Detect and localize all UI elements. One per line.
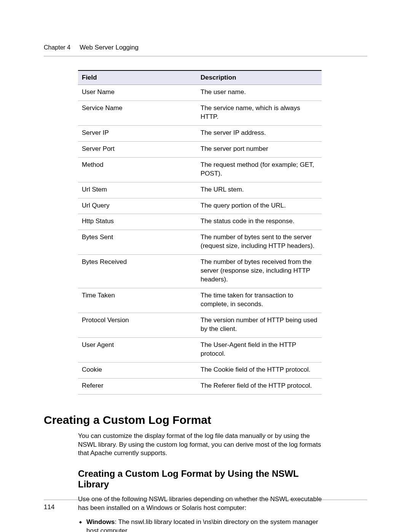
table-row: User NameThe user name. bbox=[78, 85, 322, 101]
cell-description: The number of bytes received from the se… bbox=[197, 255, 322, 288]
subsection-intro: Use one of the following NSWL libraries … bbox=[78, 495, 323, 513]
cell-field: Url Query bbox=[78, 198, 197, 214]
cell-description: The server IP address. bbox=[197, 125, 322, 141]
page-number: 114 bbox=[44, 503, 54, 511]
cell-field: Server IP bbox=[78, 125, 197, 141]
bullet-lead: Windows bbox=[86, 518, 115, 526]
cell-description: The request method (for example; GET, PO… bbox=[197, 157, 322, 182]
cell-description: The version number of HTTP being used by… bbox=[197, 313, 322, 337]
cell-description: The number of bytes sent to the server (… bbox=[197, 230, 322, 255]
subsection-heading: Creating a Custom Log Format by Using th… bbox=[78, 468, 329, 490]
table-row: Protocol VersionThe version number of HT… bbox=[78, 313, 322, 337]
section-heading: Creating a Custom Log Format bbox=[44, 414, 367, 427]
section-intro: You can customize the display format of … bbox=[78, 432, 323, 458]
cell-description: The User-Agent field in the HTTP protoco… bbox=[197, 337, 322, 362]
table-row: Bytes ReceivedThe number of bytes receiv… bbox=[78, 255, 322, 288]
page: Chapter 4 Web Server Logging Field Descr… bbox=[0, 0, 411, 532]
footer-rule bbox=[44, 500, 367, 500]
cell-field: Http Status bbox=[78, 214, 197, 230]
cell-field: Bytes Received bbox=[78, 255, 197, 288]
chapter-label: Chapter 4 bbox=[44, 44, 70, 51]
running-head: Chapter 4 Web Server Logging bbox=[44, 44, 367, 56]
cell-field: Bytes Sent bbox=[78, 230, 197, 255]
cell-description: The query portion of the URL. bbox=[197, 198, 322, 214]
table-row: Server PortThe server port number bbox=[78, 141, 322, 157]
bullet-list: Windows: The nswl.lib library located in… bbox=[78, 518, 323, 532]
table-row: Server IPThe server IP address. bbox=[78, 125, 322, 141]
cell-description: The Cookie field of the HTTP protocol. bbox=[197, 362, 322, 378]
cell-field: Cookie bbox=[78, 362, 197, 378]
field-description-table: Field Description User NameThe user name… bbox=[78, 70, 322, 395]
table-row: Bytes SentThe number of bytes sent to th… bbox=[78, 230, 322, 255]
cell-field: User Agent bbox=[78, 337, 197, 362]
cell-description: The Referer field of the HTTP protocol. bbox=[197, 378, 322, 394]
cell-field: Server Port bbox=[78, 141, 197, 157]
cell-description: The server port number bbox=[197, 141, 322, 157]
cell-description: The service name, which is always HTTP. bbox=[197, 101, 322, 125]
col-field: Field bbox=[78, 70, 197, 85]
table-row: Http StatusThe status code in the respon… bbox=[78, 214, 322, 230]
cell-description: The URL stem. bbox=[197, 182, 322, 198]
table-row: CookieThe Cookie field of the HTTP proto… bbox=[78, 362, 322, 378]
cell-field: Method bbox=[78, 157, 197, 182]
list-item: Windows: The nswl.lib library located in… bbox=[78, 518, 323, 532]
cell-field: Referer bbox=[78, 378, 197, 394]
table-row: MethodThe request method (for example; G… bbox=[78, 157, 322, 182]
bullet-rest: : The nswl.lib library located in \ns\bi… bbox=[86, 518, 318, 532]
col-description: Description bbox=[197, 70, 322, 85]
cell-field: Url Stem bbox=[78, 182, 197, 198]
cell-field: Protocol Version bbox=[78, 313, 197, 337]
table-row: Url StemThe URL stem. bbox=[78, 182, 322, 198]
cell-description: The user name. bbox=[197, 85, 322, 101]
cell-field: Time Taken bbox=[78, 288, 197, 313]
cell-description: The time taken for transaction to comple… bbox=[197, 288, 322, 313]
cell-description: The status code in the response. bbox=[197, 214, 322, 230]
table-header-row: Field Description bbox=[78, 70, 322, 85]
table-row: User AgentThe User-Agent field in the HT… bbox=[78, 337, 322, 362]
cell-field: Service Name bbox=[78, 101, 197, 125]
table-row: Time TakenThe time taken for transaction… bbox=[78, 288, 322, 313]
table-row: Service NameThe service name, which is a… bbox=[78, 101, 322, 125]
table-row: RefererThe Referer field of the HTTP pro… bbox=[78, 378, 322, 394]
table-row: Url QueryThe query portion of the URL. bbox=[78, 198, 322, 214]
cell-field: User Name bbox=[78, 85, 197, 101]
chapter-title: Web Server Logging bbox=[80, 44, 139, 51]
